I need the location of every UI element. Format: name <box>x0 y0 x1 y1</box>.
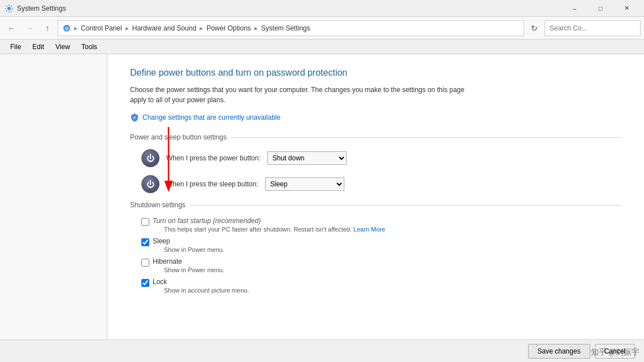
title-bar-left: System Settings <box>5 4 66 13</box>
path-power-options[interactable]: Power Options <box>206 24 251 32</box>
path-control-panel[interactable]: Control Panel <box>81 24 122 32</box>
sleep-button-label: When I press the sleep button: <box>166 180 258 188</box>
change-settings-link[interactable]: Change settings that are currently unava… <box>142 114 280 121</box>
sleep-row: Sleep Show in Power menu. <box>141 237 621 253</box>
search-input[interactable] <box>550 24 634 32</box>
fast-startup-label[interactable]: Turn on fast startup (recommended) This … <box>141 217 621 233</box>
shutdown-section: Shutdown settings Turn on fast startup (… <box>130 201 621 294</box>
close-button[interactable]: ✕ <box>613 0 639 17</box>
power-button-label: When I press the power button: <box>166 154 261 162</box>
page-description: Choose the power settings that you want … <box>130 85 481 105</box>
page-title: Define power buttons and turn on passwor… <box>130 68 621 78</box>
up-button[interactable]: ↑ <box>40 20 55 36</box>
hibernate-subtext: Show in Power menu. <box>164 267 224 273</box>
sleep-title: Sleep <box>153 237 224 245</box>
menu-view[interactable]: View <box>51 41 75 53</box>
sleep-button-select[interactable]: Sleep Hibernate Shut down Do nothing Tur… <box>265 177 344 191</box>
svg-point-0 <box>7 7 11 10</box>
sleep-button-row: When I press the sleep button: Sleep Hib… <box>141 175 621 193</box>
power-button-icon <box>141 149 159 167</box>
svg-text:✔: ✔ <box>133 115 137 120</box>
sleep-label[interactable]: Sleep Show in Power menu. <box>141 237 621 253</box>
bottom-bar: Save changes Cancel <box>0 339 644 362</box>
fast-startup-title: Turn on fast startup (recommended) <box>153 217 385 225</box>
back-button[interactable]: ← <box>3 20 19 36</box>
lock-checkbox[interactable] <box>141 279 149 287</box>
content-area: Define power buttons and turn on passwor… <box>107 54 644 339</box>
lock-subtext: Show in account picture menu. <box>164 287 249 294</box>
hibernate-title: Hibernate <box>153 258 224 265</box>
path-system-settings[interactable]: System Settings <box>261 24 310 32</box>
title-bar: System Settings – □ ✕ <box>0 0 644 17</box>
menu-file[interactable]: File <box>6 41 25 53</box>
fast-startup-checkbox[interactable] <box>141 218 149 226</box>
minimize-button[interactable]: – <box>561 0 587 17</box>
lock-label[interactable]: Lock Show in account picture menu. <box>141 278 621 294</box>
cancel-button[interactable]: Cancel <box>595 344 635 359</box>
sleep-button-icon <box>141 175 159 193</box>
save-changes-button[interactable]: Save changes <box>528 344 590 359</box>
hibernate-row: Hibernate Show in Power menu. <box>141 258 621 273</box>
menu-tools[interactable]: Tools <box>77 41 102 53</box>
change-link-row: ✔ Change settings that are currently una… <box>130 113 621 122</box>
control-panel-icon: ⚙ <box>63 24 71 32</box>
hibernate-label[interactable]: Hibernate Show in Power menu. <box>141 258 621 273</box>
menu-edit[interactable]: Edit <box>28 41 49 53</box>
menu-bar: File Edit View Tools <box>0 40 644 54</box>
address-path: ⚙ ▸ Control Panel ▸ Hardware and Sound ▸… <box>58 20 524 36</box>
fast-startup-subtext: This helps start your PC faster after sh… <box>164 226 353 233</box>
shield-icon: ✔ <box>130 113 139 122</box>
sidebar <box>0 54 107 339</box>
power-button-select[interactable]: Shut down Sleep Hibernate Do nothing Tur… <box>267 151 347 165</box>
forward-button[interactable]: → <box>21 20 37 36</box>
window-title: System Settings <box>17 5 66 12</box>
window-controls: – □ ✕ <box>561 0 639 17</box>
address-bar: ← → ↑ ⚙ ▸ Control Panel ▸ Hardware and S… <box>0 17 644 40</box>
lock-row: Lock Show in account picture menu. <box>141 278 621 294</box>
refresh-button[interactable]: ↻ <box>526 20 542 36</box>
main-layout: Define power buttons and turn on passwor… <box>0 54 644 339</box>
learn-more-link[interactable]: Learn More <box>353 226 385 233</box>
svg-text:⚙: ⚙ <box>64 26 69 32</box>
power-button-row: When I press the power button: Shut down… <box>141 149 621 167</box>
system-settings-icon <box>5 4 14 13</box>
lock-title: Lock <box>153 278 249 286</box>
shutdown-section-header: Shutdown settings <box>130 201 621 209</box>
hibernate-checkbox[interactable] <box>141 259 149 267</box>
sleep-checkbox[interactable] <box>141 238 149 246</box>
search-box <box>544 20 641 36</box>
path-hardware-sound[interactable]: Hardware and Sound <box>132 24 196 32</box>
power-sleep-section-header: Power and sleep button settings <box>130 133 621 141</box>
maximize-button[interactable]: □ <box>587 0 613 17</box>
sleep-subtext: Show in Power menu. <box>164 246 224 253</box>
fast-startup-row: Turn on fast startup (recommended) This … <box>141 217 621 233</box>
